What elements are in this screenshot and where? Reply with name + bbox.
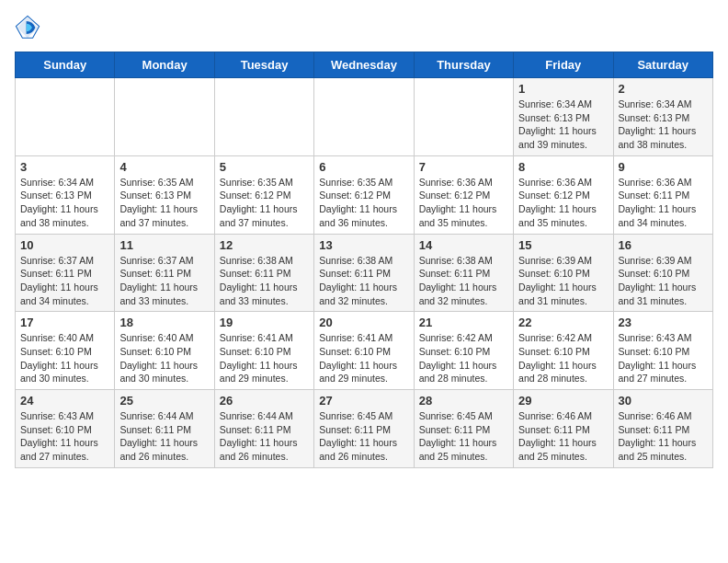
day-cell-7: 7Sunrise: 6:36 AM Sunset: 6:12 PM Daylig…: [414, 155, 513, 234]
day-cell-17: 17Sunrise: 6:40 AM Sunset: 6:10 PM Dayli…: [16, 312, 115, 390]
day-number: 23: [619, 316, 708, 329]
day-cell-8: 8Sunrise: 6:36 AM Sunset: 6:12 PM Daylig…: [514, 155, 613, 234]
day-info: Sunrise: 6:44 AM Sunset: 6:11 PM Dayligh…: [220, 409, 309, 464]
day-number: 2: [619, 82, 708, 96]
day-cell-26: 26Sunrise: 6:44 AM Sunset: 6:11 PM Dayli…: [214, 390, 313, 468]
day-number: 4: [119, 160, 209, 174]
day-cell-30: 30Sunrise: 6:46 AM Sunset: 6:11 PM Dayli…: [613, 390, 712, 468]
day-info: Sunrise: 6:46 AM Sunset: 6:11 PM Dayligh…: [518, 409, 608, 464]
day-cell-14: 14Sunrise: 6:38 AM Sunset: 6:11 PM Dayli…: [414, 234, 513, 312]
day-number: 13: [319, 238, 408, 252]
day-number: 17: [20, 316, 109, 329]
day-info: Sunrise: 6:45 AM Sunset: 6:11 PM Dayligh…: [319, 409, 408, 464]
day-cell-5: 5Sunrise: 6:35 AM Sunset: 6:12 PM Daylig…: [214, 155, 313, 234]
day-info: Sunrise: 6:35 AM Sunset: 6:12 PM Dayligh…: [220, 176, 309, 230]
weekday-header-wednesday: Wednesday: [314, 52, 414, 78]
day-info: Sunrise: 6:41 AM Sunset: 6:10 PM Dayligh…: [220, 331, 309, 385]
day-info: Sunrise: 6:36 AM Sunset: 6:12 PM Dayligh…: [518, 176, 608, 230]
day-number: 15: [518, 238, 608, 252]
day-info: Sunrise: 6:43 AM Sunset: 6:10 PM Dayligh…: [20, 409, 109, 464]
day-info: Sunrise: 6:34 AM Sunset: 6:13 PM Dayligh…: [20, 176, 109, 230]
day-cell-12: 12Sunrise: 6:38 AM Sunset: 6:11 PM Dayli…: [214, 234, 313, 312]
weekday-header-saturday: Saturday: [613, 52, 712, 78]
day-number: 27: [319, 394, 408, 408]
day-info: Sunrise: 6:44 AM Sunset: 6:11 PM Dayligh…: [119, 409, 209, 464]
day-cell-24: 24Sunrise: 6:43 AM Sunset: 6:10 PM Dayli…: [16, 390, 115, 468]
day-info: Sunrise: 6:37 AM Sunset: 6:11 PM Dayligh…: [119, 254, 209, 308]
page-header: [15, 15, 713, 40]
day-number: 10: [20, 238, 109, 252]
day-info: Sunrise: 6:40 AM Sunset: 6:10 PM Dayligh…: [20, 331, 109, 385]
day-number: 6: [319, 160, 408, 174]
calendar-table: SundayMondayTuesdayWednesdayThursdayFrid…: [15, 52, 713, 468]
empty-cell: [214, 78, 313, 156]
day-cell-13: 13Sunrise: 6:38 AM Sunset: 6:11 PM Dayli…: [314, 234, 414, 312]
day-number: 25: [119, 394, 209, 408]
day-info: Sunrise: 6:36 AM Sunset: 6:11 PM Dayligh…: [619, 176, 708, 230]
week-row-4: 17Sunrise: 6:40 AM Sunset: 6:10 PM Dayli…: [16, 312, 713, 390]
day-info: Sunrise: 6:42 AM Sunset: 6:10 PM Dayligh…: [419, 331, 508, 385]
day-number: 11: [119, 238, 209, 252]
day-cell-11: 11Sunrise: 6:37 AM Sunset: 6:11 PM Dayli…: [115, 234, 214, 312]
day-info: Sunrise: 6:38 AM Sunset: 6:11 PM Dayligh…: [220, 254, 309, 308]
day-cell-18: 18Sunrise: 6:40 AM Sunset: 6:10 PM Dayli…: [115, 312, 214, 390]
day-number: 7: [419, 160, 508, 174]
day-info: Sunrise: 6:38 AM Sunset: 6:11 PM Dayligh…: [419, 254, 508, 308]
day-cell-2: 2Sunrise: 6:34 AM Sunset: 6:13 PM Daylig…: [613, 78, 712, 156]
weekday-header-thursday: Thursday: [414, 52, 513, 78]
day-cell-3: 3Sunrise: 6:34 AM Sunset: 6:13 PM Daylig…: [16, 155, 115, 234]
day-cell-4: 4Sunrise: 6:35 AM Sunset: 6:13 PM Daylig…: [115, 155, 214, 234]
empty-cell: [314, 78, 414, 156]
day-cell-6: 6Sunrise: 6:35 AM Sunset: 6:12 PM Daylig…: [314, 155, 414, 234]
day-number: 28: [419, 394, 508, 408]
day-number: 22: [518, 316, 608, 329]
day-cell-20: 20Sunrise: 6:41 AM Sunset: 6:10 PM Dayli…: [314, 312, 414, 390]
day-info: Sunrise: 6:35 AM Sunset: 6:12 PM Dayligh…: [319, 176, 408, 230]
logo-icon: [15, 15, 40, 40]
day-cell-9: 9Sunrise: 6:36 AM Sunset: 6:11 PM Daylig…: [613, 155, 712, 234]
week-row-2: 3Sunrise: 6:34 AM Sunset: 6:13 PM Daylig…: [16, 155, 713, 234]
day-cell-16: 16Sunrise: 6:39 AM Sunset: 6:10 PM Dayli…: [613, 234, 712, 312]
day-cell-10: 10Sunrise: 6:37 AM Sunset: 6:11 PM Dayli…: [16, 234, 115, 312]
day-number: 14: [419, 238, 508, 252]
weekday-header-sunday: Sunday: [16, 52, 115, 78]
day-cell-15: 15Sunrise: 6:39 AM Sunset: 6:10 PM Dayli…: [514, 234, 613, 312]
day-info: Sunrise: 6:46 AM Sunset: 6:11 PM Dayligh…: [619, 409, 708, 464]
day-info: Sunrise: 6:43 AM Sunset: 6:10 PM Dayligh…: [619, 331, 708, 385]
day-number: 9: [619, 160, 708, 174]
day-info: Sunrise: 6:40 AM Sunset: 6:10 PM Dayligh…: [119, 331, 209, 385]
day-info: Sunrise: 6:39 AM Sunset: 6:10 PM Dayligh…: [518, 254, 608, 308]
day-info: Sunrise: 6:37 AM Sunset: 6:11 PM Dayligh…: [20, 254, 109, 308]
day-info: Sunrise: 6:35 AM Sunset: 6:13 PM Dayligh…: [119, 176, 209, 230]
day-number: 29: [518, 394, 608, 408]
weekday-header-monday: Monday: [115, 52, 214, 78]
day-info: Sunrise: 6:34 AM Sunset: 6:13 PM Dayligh…: [518, 98, 608, 152]
empty-cell: [16, 78, 115, 156]
day-cell-22: 22Sunrise: 6:42 AM Sunset: 6:10 PM Dayli…: [514, 312, 613, 390]
day-cell-1: 1Sunrise: 6:34 AM Sunset: 6:13 PM Daylig…: [514, 78, 613, 156]
day-number: 21: [419, 316, 508, 329]
day-cell-23: 23Sunrise: 6:43 AM Sunset: 6:10 PM Dayli…: [613, 312, 712, 390]
day-cell-27: 27Sunrise: 6:45 AM Sunset: 6:11 PM Dayli…: [314, 390, 414, 468]
weekday-header-row: SundayMondayTuesdayWednesdayThursdayFrid…: [16, 52, 713, 78]
day-info: Sunrise: 6:41 AM Sunset: 6:10 PM Dayligh…: [319, 331, 408, 385]
day-number: 12: [220, 238, 309, 252]
day-info: Sunrise: 6:45 AM Sunset: 6:11 PM Dayligh…: [419, 409, 508, 464]
week-row-5: 24Sunrise: 6:43 AM Sunset: 6:10 PM Dayli…: [16, 390, 713, 468]
week-row-1: 1Sunrise: 6:34 AM Sunset: 6:13 PM Daylig…: [16, 78, 713, 156]
day-number: 24: [20, 394, 109, 408]
day-number: 16: [619, 238, 708, 252]
day-cell-28: 28Sunrise: 6:45 AM Sunset: 6:11 PM Dayli…: [414, 390, 513, 468]
day-number: 3: [20, 160, 109, 174]
day-number: 20: [319, 316, 408, 329]
day-number: 1: [518, 82, 608, 96]
weekday-header-tuesday: Tuesday: [214, 52, 313, 78]
day-number: 19: [220, 316, 309, 329]
day-info: Sunrise: 6:36 AM Sunset: 6:12 PM Dayligh…: [419, 176, 508, 230]
day-info: Sunrise: 6:39 AM Sunset: 6:10 PM Dayligh…: [619, 254, 708, 308]
empty-cell: [115, 78, 214, 156]
day-cell-19: 19Sunrise: 6:41 AM Sunset: 6:10 PM Dayli…: [214, 312, 313, 390]
logo: [15, 15, 44, 40]
day-cell-29: 29Sunrise: 6:46 AM Sunset: 6:11 PM Dayli…: [514, 390, 613, 468]
weekday-header-friday: Friday: [514, 52, 613, 78]
